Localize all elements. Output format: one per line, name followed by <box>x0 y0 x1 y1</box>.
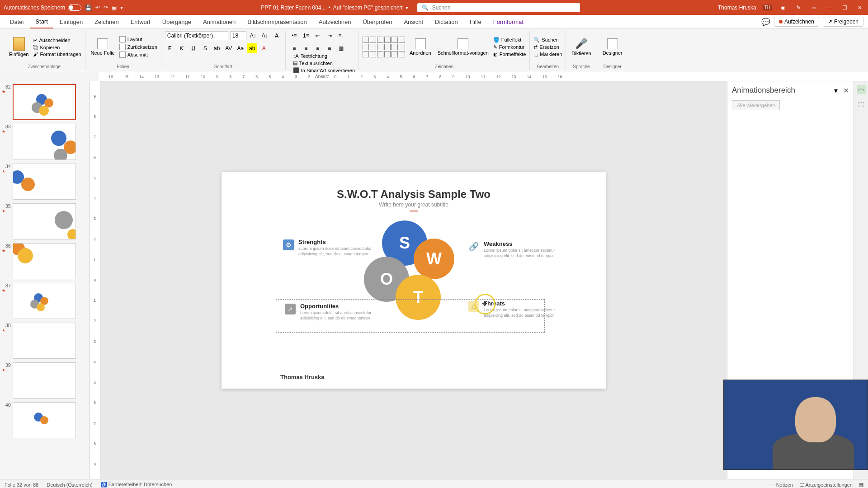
line-spacing-button[interactable]: ≡↕ <box>336 31 346 41</box>
paste-button[interactable]: Einfügen <box>7 36 30 58</box>
close-pane-icon[interactable]: ✕ <box>843 87 849 94</box>
quad-weakness[interactable]: 🔗 WeaknessLorem ipsum dolor sit amet,con… <box>484 240 565 258</box>
spacing-button[interactable]: AV <box>224 43 234 53</box>
rail-designer-icon[interactable]: ⬚ <box>857 99 866 108</box>
thumb-37[interactable] <box>13 283 76 319</box>
comments-icon[interactable]: 💬 <box>761 18 770 26</box>
tab-ansicht[interactable]: Ansicht <box>398 16 429 28</box>
increase-font-icon[interactable]: A↑ <box>248 31 258 41</box>
save-icon[interactable]: 💾 <box>85 5 92 11</box>
thumb-40[interactable] <box>13 402 76 438</box>
effects-button[interactable]: ◐Formeffekte <box>493 52 526 57</box>
filename-area[interactable]: PPT 01 Roter Faden 004... • Auf "diesem … <box>261 5 408 11</box>
layout-button[interactable]: Layout <box>119 36 157 42</box>
redo-icon[interactable]: ↷ <box>104 5 108 11</box>
new-slide-button[interactable]: Neue Folie <box>89 38 117 56</box>
designer-button[interactable]: Designer <box>601 38 624 56</box>
arrange-button[interactable]: Anordnen <box>408 38 433 56</box>
indent-inc-button[interactable]: ⇥ <box>325 31 335 41</box>
chevron-down-icon[interactable]: ▾ <box>834 87 838 94</box>
slide-title[interactable]: S.W.O.T Analysis Sample Two <box>222 188 606 201</box>
reset-button[interactable]: Zurücksetzen <box>119 44 157 50</box>
bold-button[interactable]: F <box>165 43 175 53</box>
user-avatar[interactable]: TH <box>763 5 772 10</box>
tab-uebergaenge[interactable]: Übergänge <box>157 16 197 28</box>
rail-animation-icon[interactable]: ▭ <box>857 85 866 94</box>
highlight-button[interactable]: ab <box>247 43 257 53</box>
case-button[interactable]: Aa <box>236 43 245 53</box>
find-button[interactable]: 🔍Suchen <box>533 37 562 43</box>
window-icon[interactable]: ▭ <box>809 5 818 11</box>
close-icon[interactable]: ✕ <box>855 5 864 11</box>
maximize-icon[interactable]: ☐ <box>840 5 849 11</box>
tab-ueberpruefen[interactable]: Überprüfen <box>357 16 397 28</box>
tab-dictation[interactable]: Dictation <box>429 16 463 28</box>
bullets-button[interactable]: •≡ <box>289 31 299 41</box>
replace-button[interactable]: ⇄Ersetzen <box>533 44 562 50</box>
shapes-gallery[interactable] <box>363 37 405 57</box>
play-all-button[interactable]: Alle wiedergeben <box>732 100 780 110</box>
autosave-toggle[interactable]: Automatisches Speichern <box>4 5 81 11</box>
record-button[interactable]: Aufzeichnen <box>774 17 819 27</box>
cut-button[interactable]: ✂Ausschneiden <box>33 38 81 43</box>
strike-button[interactable]: S <box>200 43 210 53</box>
justify-button[interactable]: ≡ <box>325 43 335 53</box>
thumb-39[interactable] <box>13 362 76 399</box>
align-right-button[interactable]: ≡ <box>313 43 323 53</box>
notes-button[interactable]: ≡ Notizen <box>772 482 793 488</box>
ink-icon[interactable]: ✎ <box>794 5 803 11</box>
decrease-font-icon[interactable]: A↓ <box>260 31 270 41</box>
underline-button[interactable]: U <box>189 43 198 53</box>
format-painter-button[interactable]: 🖌Format übertragen <box>33 52 81 57</box>
present-from-start-icon[interactable]: ▣ <box>112 5 117 11</box>
minimize-icon[interactable]: — <box>825 5 834 11</box>
font-color-button[interactable]: A <box>259 43 269 53</box>
tab-datei[interactable]: Datei <box>5 16 29 28</box>
font-name-select[interactable] <box>165 31 228 40</box>
font-size-select[interactable] <box>230 31 246 40</box>
qat-more-icon[interactable]: ▾ <box>120 5 123 11</box>
tab-bildschirm[interactable]: Bildschirmpräsentation <box>242 16 312 28</box>
align-left-button[interactable]: ≡ <box>289 43 299 53</box>
slide[interactable]: S.W.O.T Analysis Sample Two Write here y… <box>222 172 606 389</box>
tab-aufzeichnen[interactable]: Aufzeichnen <box>313 16 357 28</box>
slide-thumbnails-panel[interactable]: 32★ 33★ 34★ 35★ 36★ 37★ 38★ 39★ 40 <box>0 81 90 479</box>
thumb-36[interactable] <box>13 243 76 279</box>
thumb-32[interactable] <box>13 84 76 120</box>
thumb-38[interactable] <box>13 323 76 359</box>
clear-format-icon[interactable]: A̶ <box>272 31 282 41</box>
thumb-34[interactable] <box>13 164 76 200</box>
tab-animationen[interactable]: Animationen <box>198 16 241 28</box>
slide-footer[interactable]: Thomas Hruska <box>280 374 325 380</box>
thumb-33[interactable] <box>13 124 76 160</box>
slide-counter[interactable]: Folie 32 von 86 <box>5 482 38 488</box>
select-button[interactable]: ⬚Markieren <box>533 52 562 57</box>
normal-view-icon[interactable]: ▦ <box>859 482 863 488</box>
display-settings-button[interactable]: 🖵 Anzeigeeinstellungen <box>799 482 853 488</box>
copy-button[interactable]: ⿻Kopieren <box>33 45 81 50</box>
indent-dec-button[interactable]: ⇤ <box>313 31 323 41</box>
dictate-button[interactable]: 🎤Diktieren <box>570 37 593 57</box>
quick-styles-button[interactable]: Schnellformat-vorlagen <box>436 38 491 56</box>
search-input[interactable]: 🔍 Suchen <box>417 3 580 12</box>
outline-button[interactable]: ✎Formkontur <box>493 44 526 50</box>
slide-canvas[interactable]: S.W.O.T Analysis Sample Two Write here y… <box>100 81 727 479</box>
slide-subtitle[interactable]: Write here your great subtitle <box>222 202 606 208</box>
italic-button[interactable]: K <box>177 43 187 53</box>
tab-formformat[interactable]: Formformat <box>488 16 529 28</box>
tab-einfuegen[interactable]: Einfügen <box>54 16 88 28</box>
smartart-button[interactable]: ⬛In SmartArt konvertieren <box>293 67 355 73</box>
tab-zeichnen[interactable]: Zeichnen <box>89 16 124 28</box>
numbering-button[interactable]: 1≡ <box>301 31 311 41</box>
align-center-button[interactable]: ≡ <box>301 43 311 53</box>
section-button[interactable]: Abschnitt <box>119 52 157 58</box>
quad-strengths[interactable]: ⚙ StrenghtssLorem ipsum dolor sit amet,c… <box>298 239 380 257</box>
tab-start[interactable]: Start <box>30 15 53 28</box>
language-indicator[interactable]: Deutsch (Österreich) <box>47 482 92 488</box>
shadow-button[interactable]: ab <box>212 43 222 53</box>
columns-button[interactable]: ▥ <box>336 43 346 53</box>
align-text-button[interactable]: ▤Text ausrichten <box>293 60 355 66</box>
tab-entwurf[interactable]: Entwurf <box>125 16 156 28</box>
circle-w[interactable]: W <box>414 239 454 279</box>
text-direction-button[interactable]: ↕ATextrichtung <box>293 53 355 59</box>
